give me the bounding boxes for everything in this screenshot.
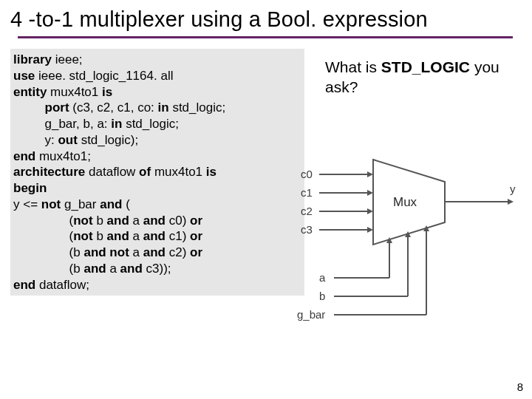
title-rule (18, 36, 513, 38)
page-number: 8 (517, 381, 523, 393)
label-c2: c2 (301, 205, 313, 217)
label-gbar: g_bar (297, 308, 325, 321)
label-b: b (319, 290, 325, 302)
label-mux: Mux (393, 195, 417, 209)
code-line: end mux4to1; (13, 149, 301, 165)
code-line: library ieee; (13, 52, 301, 68)
code-line: end dataflow; (13, 277, 301, 293)
code-line: g_bar, b, a: in std_logic; (13, 116, 301, 132)
svg-marker-4 (367, 171, 373, 177)
label-y: y (510, 183, 516, 195)
mux-diagram: c0 c1 c2 c3 Mux y a b g_bar (297, 152, 519, 337)
label-a: a (319, 271, 326, 284)
svg-marker-6 (367, 208, 373, 214)
code-line: (not b and a and c1) or (13, 228, 301, 245)
code-line: port (c3, c2, c1, co: in std_logic; (13, 100, 301, 116)
code-line: y <= not g_bar and ( (13, 197, 301, 213)
code-line: y: out std_logic); (13, 132, 301, 149)
label-c3: c3 (301, 223, 313, 236)
code-line: entity mux4to1 is (13, 84, 301, 100)
svg-marker-10 (508, 199, 514, 205)
slide: 4 -to-1 multiplexer using a Bool. expres… (0, 0, 532, 399)
side-question: What is STD_LOGIC you ask? (325, 58, 517, 98)
label-c0: c0 (301, 168, 313, 180)
code-line: architecture dataflow of mux4to1 is (13, 164, 301, 180)
code-line: (b and a and c3)); (13, 261, 301, 277)
code-line: begin (13, 180, 301, 197)
code-line: (not b and a and c0) or (13, 213, 301, 229)
svg-marker-7 (367, 227, 373, 233)
svg-marker-5 (367, 190, 373, 196)
code-line: (b and not a and c2) or (13, 245, 301, 261)
code-line: use ieee. std_logic_1164. all (13, 68, 301, 84)
slide-title: 4 -to-1 multiplexer using a Bool. expres… (0, 0, 532, 36)
label-c1: c1 (301, 186, 313, 199)
vhdl-code-block: library ieee; use ieee. std_logic_1164. … (10, 49, 304, 296)
